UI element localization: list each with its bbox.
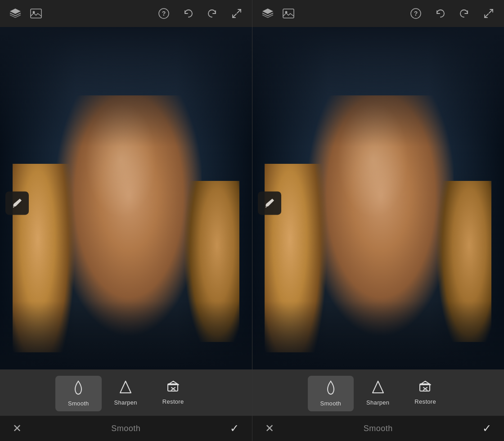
- redo-button[interactable]: [204, 5, 220, 22]
- smooth-icon-left: [72, 380, 85, 397]
- sharpen-icon-left: [119, 380, 132, 396]
- smooth-label-left: Smooth: [68, 400, 89, 407]
- svg-marker-12: [262, 9, 273, 14]
- image-area-right[interactable]: [252, 27, 504, 369]
- toolbar-right-right-icons: ?: [408, 5, 497, 22]
- toolbar-right-icons: ?: [156, 5, 245, 22]
- smooth-tool-right[interactable]: Smooth: [308, 376, 354, 411]
- portrait-left: [0, 27, 252, 369]
- svg-line-18: [485, 14, 488, 18]
- action-bar-left: ✕ Smooth ✓: [0, 416, 252, 441]
- smooth-tool-left[interactable]: Smooth: [55, 376, 102, 411]
- tool-bar-left: Smooth Sharpen: [0, 369, 252, 416]
- confirm-button-left[interactable]: ✓: [226, 420, 243, 436]
- cancel-button-left[interactable]: ✕: [9, 420, 25, 436]
- mode-label-left: Smooth: [111, 424, 140, 433]
- tool-bar-right: Smooth Sharpen: [252, 369, 504, 416]
- svg-marker-0: [10, 9, 21, 14]
- layers-button-right[interactable]: [260, 5, 276, 22]
- help-button-right[interactable]: ?: [408, 5, 424, 22]
- restore-label-right: Restore: [414, 398, 436, 405]
- restore-icon-right: [418, 380, 432, 396]
- svg-rect-1: [31, 9, 41, 18]
- brush-tool-right[interactable]: [258, 191, 281, 215]
- svg-line-17: [489, 9, 493, 13]
- mode-label-right: Smooth: [364, 424, 393, 433]
- action-bar-right: ✕ Smooth ✓: [252, 416, 504, 441]
- restore-tool-right[interactable]: Restore: [402, 376, 449, 411]
- restore-icon-left: [166, 380, 180, 396]
- sharpen-icon-right: [372, 380, 384, 396]
- app-container: ?: [0, 0, 504, 441]
- image-button-right[interactable]: [280, 5, 297, 22]
- portrait-right: [252, 27, 504, 369]
- undo-button[interactable]: [180, 5, 196, 22]
- sharpen-tool-left[interactable]: Sharpen: [102, 376, 150, 411]
- sharpen-label-left: Sharpen: [114, 399, 137, 406]
- svg-line-6: [233, 14, 236, 18]
- svg-text:?: ?: [414, 10, 418, 17]
- confirm-button-right[interactable]: ✓: [479, 420, 495, 436]
- toolbar-left-icons: [7, 5, 44, 22]
- sharpen-label-right: Sharpen: [366, 399, 389, 406]
- toolbar-right: ?: [252, 0, 504, 27]
- restore-label-left: Restore: [162, 398, 184, 405]
- panel-right: ?: [252, 0, 504, 441]
- smooth-label-right: Smooth: [320, 400, 342, 407]
- brush-tool-left[interactable]: [5, 191, 29, 215]
- svg-text:?: ?: [162, 10, 166, 17]
- svg-line-5: [237, 9, 241, 13]
- sharpen-tool-right[interactable]: Sharpen: [354, 376, 402, 411]
- svg-marker-7: [120, 381, 131, 393]
- expand-button[interactable]: [229, 5, 245, 22]
- layers-button[interactable]: [7, 5, 23, 22]
- undo-button-right[interactable]: [432, 5, 448, 22]
- svg-rect-13: [283, 9, 294, 18]
- expand-button-right[interactable]: [481, 5, 497, 22]
- panel-left: ?: [0, 0, 252, 441]
- redo-button-right[interactable]: [456, 5, 472, 22]
- restore-tool-left[interactable]: Restore: [150, 376, 197, 411]
- toolbar-left: ?: [0, 0, 252, 27]
- svg-marker-19: [373, 381, 383, 393]
- toolbar-right-left-icons: [260, 5, 297, 22]
- smooth-icon-right: [324, 380, 338, 397]
- cancel-button-right[interactable]: ✕: [261, 420, 278, 436]
- help-button[interactable]: ?: [156, 5, 172, 22]
- image-button[interactable]: [28, 5, 44, 22]
- image-area-left[interactable]: [0, 27, 252, 369]
